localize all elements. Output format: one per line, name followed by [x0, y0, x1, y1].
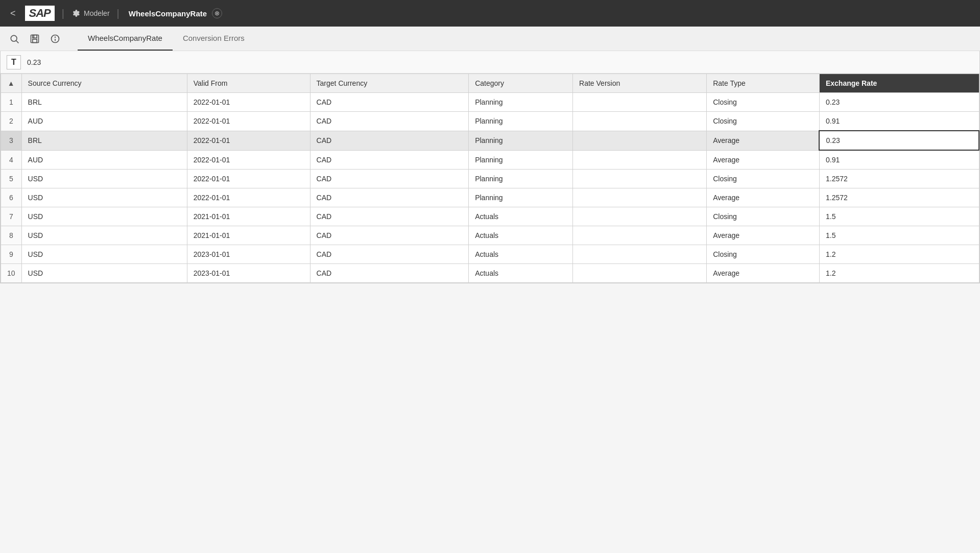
col-header-exchange-rate[interactable]: Exchange Rate [819, 74, 979, 93]
exchange-rate-cell[interactable]: 1.2572 [819, 170, 979, 188]
exchange-rate-cell[interactable]: 0.91 [819, 150, 979, 170]
category-cell[interactable]: Planning [469, 112, 573, 131]
exchange-rate-cell[interactable]: 1.2 [819, 245, 979, 264]
rate-version-cell[interactable] [573, 131, 707, 150]
rate-version-cell[interactable] [573, 226, 707, 245]
back-button[interactable]: < [6, 6, 20, 21]
table-row[interactable]: 6USD2022-01-01CADPlanningAverage1.2572 [1, 188, 979, 207]
row-num-cell[interactable]: 8 [1, 226, 22, 245]
source-currency-cell[interactable]: BRL [21, 131, 187, 150]
search-button[interactable] [6, 31, 22, 47]
table-row[interactable]: 4AUD2022-01-01CADPlanningAverage0.91 [1, 150, 979, 170]
target-currency-cell[interactable]: CAD [310, 264, 469, 283]
close-tab-button[interactable]: ⊗ [212, 8, 222, 18]
category-cell[interactable]: Actuals [469, 245, 573, 264]
valid-from-cell[interactable]: 2023-01-01 [187, 264, 310, 283]
category-cell[interactable]: Planning [469, 188, 573, 207]
category-cell[interactable]: Actuals [469, 226, 573, 245]
rate-type-cell[interactable]: Average [707, 150, 820, 170]
col-header-rate-type[interactable]: Rate Type [707, 74, 820, 93]
table-row[interactable]: 10USD2023-01-01CADActualsAverage1.2 [1, 264, 979, 283]
rate-version-cell[interactable] [573, 245, 707, 264]
exchange-rate-cell[interactable]: 1.5 [819, 226, 979, 245]
source-currency-cell[interactable]: USD [21, 188, 187, 207]
filter-type-icon[interactable]: T [7, 55, 21, 69]
target-currency-cell[interactable]: CAD [310, 170, 469, 188]
row-num-cell[interactable]: 1 [1, 93, 22, 112]
row-num-cell[interactable]: 3 [1, 131, 22, 150]
exchange-rate-cell[interactable]: 1.2572 [819, 188, 979, 207]
tab-conversion-errors[interactable]: Conversion Errors [173, 27, 255, 51]
category-cell[interactable]: Actuals [469, 207, 573, 226]
rate-version-cell[interactable] [573, 112, 707, 131]
valid-from-cell[interactable]: 2022-01-01 [187, 150, 310, 170]
col-header-source-currency[interactable]: Source Currency [21, 74, 187, 93]
tab-wheelscompanyrate[interactable]: WheelsCompanyRate [78, 27, 173, 51]
col-header-target-currency[interactable]: Target Currency [310, 74, 469, 93]
row-num-cell[interactable]: 10 [1, 264, 22, 283]
exchange-rate-cell[interactable]: 0.23 [819, 131, 979, 150]
source-currency-cell[interactable]: USD [21, 226, 187, 245]
col-header-category[interactable]: Category [469, 74, 573, 93]
source-currency-cell[interactable]: USD [21, 245, 187, 264]
rate-type-cell[interactable]: Closing [707, 245, 820, 264]
source-currency-cell[interactable]: USD [21, 264, 187, 283]
valid-from-cell[interactable]: 2023-01-01 [187, 245, 310, 264]
target-currency-cell[interactable]: CAD [310, 207, 469, 226]
category-cell[interactable]: Planning [469, 170, 573, 188]
valid-from-cell[interactable]: 2022-01-01 [187, 188, 310, 207]
source-currency-cell[interactable]: AUD [21, 150, 187, 170]
target-currency-cell[interactable]: CAD [310, 131, 469, 150]
rate-type-cell[interactable]: Average [707, 131, 820, 150]
valid-from-cell[interactable]: 2022-01-01 [187, 131, 310, 150]
valid-from-cell[interactable]: 2022-01-01 [187, 93, 310, 112]
valid-from-cell[interactable]: 2022-01-01 [187, 170, 310, 188]
target-currency-cell[interactable]: CAD [310, 226, 469, 245]
row-num-cell[interactable]: 4 [1, 150, 22, 170]
rate-type-cell[interactable]: Closing [707, 170, 820, 188]
table-row[interactable]: 2AUD2022-01-01CADPlanningClosing0.91 [1, 112, 979, 131]
row-num-cell[interactable]: 7 [1, 207, 22, 226]
rate-version-cell[interactable] [573, 207, 707, 226]
info-button[interactable] [47, 31, 63, 47]
rate-version-cell[interactable] [573, 264, 707, 283]
category-cell[interactable]: Actuals [469, 264, 573, 283]
exchange-rate-cell[interactable]: 1.5 [819, 207, 979, 226]
rate-version-cell[interactable] [573, 150, 707, 170]
table-row[interactable]: 5USD2022-01-01CADPlanningClosing1.2572 [1, 170, 979, 188]
rate-type-cell[interactable]: Closing [707, 93, 820, 112]
rate-type-cell[interactable]: Closing [707, 112, 820, 131]
row-num-cell[interactable]: 5 [1, 170, 22, 188]
valid-from-cell[interactable]: 2021-01-01 [187, 226, 310, 245]
col-header-valid-from[interactable]: Valid From [187, 74, 310, 93]
table-row[interactable]: 3BRL2022-01-01CADPlanningAverage0.23 [1, 131, 979, 150]
rate-version-cell[interactable] [573, 170, 707, 188]
source-currency-cell[interactable]: USD [21, 170, 187, 188]
exchange-rate-cell[interactable]: 0.91 [819, 112, 979, 131]
target-currency-cell[interactable]: CAD [310, 93, 469, 112]
rate-version-cell[interactable] [573, 93, 707, 112]
target-currency-cell[interactable]: CAD [310, 150, 469, 170]
table-row[interactable]: 1BRL2022-01-01CADPlanningClosing0.23 [1, 93, 979, 112]
rate-type-cell[interactable]: Average [707, 188, 820, 207]
source-currency-cell[interactable]: USD [21, 207, 187, 226]
category-cell[interactable]: Planning [469, 131, 573, 150]
col-header-rate-version[interactable]: Rate Version [573, 74, 707, 93]
exchange-rate-cell[interactable]: 1.2 [819, 264, 979, 283]
rate-type-cell[interactable]: Average [707, 226, 820, 245]
rate-type-cell[interactable]: Average [707, 264, 820, 283]
category-cell[interactable]: Planning [469, 150, 573, 170]
row-num-cell[interactable]: 6 [1, 188, 22, 207]
row-num-cell[interactable]: 9 [1, 245, 22, 264]
rate-type-cell[interactable]: Closing [707, 207, 820, 226]
valid-from-cell[interactable]: 2022-01-01 [187, 112, 310, 131]
table-row[interactable]: 8USD2021-01-01CADActualsAverage1.5 [1, 226, 979, 245]
save-button[interactable] [27, 31, 43, 47]
row-num-cell[interactable]: 2 [1, 112, 22, 131]
rate-version-cell[interactable] [573, 188, 707, 207]
table-row[interactable]: 9USD2023-01-01CADActualsClosing1.2 [1, 245, 979, 264]
source-currency-cell[interactable]: AUD [21, 112, 187, 131]
target-currency-cell[interactable]: CAD [310, 245, 469, 264]
target-currency-cell[interactable]: CAD [310, 188, 469, 207]
category-cell[interactable]: Planning [469, 93, 573, 112]
